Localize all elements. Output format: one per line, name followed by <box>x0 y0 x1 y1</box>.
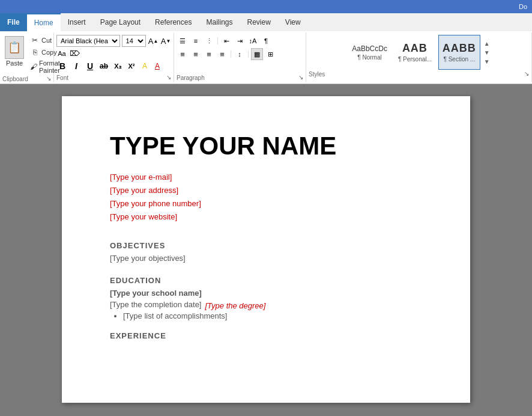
accomplishments-item: [Type list of accomplishments] <box>123 311 422 320</box>
clipboard-group-label: Clipboard <box>2 76 28 82</box>
bold-button[interactable]: B <box>56 60 68 72</box>
para-footer: Paragraph ↘ <box>177 73 303 81</box>
style-normal-name: ¶ Normal <box>357 54 381 61</box>
font-footer: Font ↘ <box>56 73 171 81</box>
change-case-btn[interactable]: Aa <box>56 48 67 59</box>
paste-label: Paste <box>6 60 23 67</box>
font-size-select[interactable]: 14 <box>122 35 146 47</box>
align-right-btn[interactable]: ≡ <box>203 48 215 60</box>
shading-btn[interactable]: ▩ <box>251 48 263 60</box>
objectives-heading: OBJECTIVES <box>110 241 422 250</box>
tab-page-layout[interactable]: Page Layout <box>93 13 148 31</box>
tab-file[interactable]: File <box>0 13 27 31</box>
tab-insert[interactable]: Insert <box>61 13 93 31</box>
bullets-btn[interactable]: ☰ <box>177 35 189 47</box>
tab-home[interactable]: Home <box>27 13 61 31</box>
objectives-text: [Type your objectives] <box>110 254 422 263</box>
school-name: [Type your school name] <box>110 289 422 298</box>
style-section-name: ¶ Section ... <box>444 56 476 63</box>
increase-font-btn[interactable]: A▲ <box>148 35 159 46</box>
title-text: Do <box>519 3 527 10</box>
font-expand-icon[interactable]: ↘ <box>166 74 171 81</box>
styles-expand-icon[interactable]: ↘ <box>524 70 529 77</box>
border-btn[interactable]: ⊞ <box>264 48 276 60</box>
tab-view[interactable]: View <box>278 13 308 31</box>
para-expand-icon[interactable]: ↘ <box>298 74 303 81</box>
font-color-btn[interactable]: A <box>152 61 163 72</box>
style-section-preview: AABB <box>443 42 476 55</box>
style-personal-name: ¶ Personal... <box>398 56 432 63</box>
styles-footer: Styles ↘ <box>309 70 529 78</box>
copy-icon: ⎘ <box>30 47 40 57</box>
styles-group-label: Styles <box>309 71 325 78</box>
education-details-row: [Type the completion date] [Type the deg… <box>110 300 422 311</box>
italic-button[interactable]: I <box>70 60 82 72</box>
style-personal[interactable]: AAB ¶ Personal... <box>394 35 436 70</box>
decrease-font-btn[interactable]: A▼ <box>160 35 171 46</box>
style-normal[interactable]: AaBbCcDc ¶ Normal <box>348 35 391 70</box>
style-normal-preview: AaBbCcDc <box>352 44 387 53</box>
numbering-btn[interactable]: ≡ <box>190 35 202 47</box>
decrease-indent-btn[interactable]: ⇤ <box>220 35 232 47</box>
font-group-label: Font <box>56 75 68 81</box>
show-formatting-btn[interactable]: ¶ <box>260 35 272 47</box>
document-page: TYPE YOUR NAME [Type your e-mail] [Type … <box>62 96 470 403</box>
address-line: [Type your address] <box>110 184 422 197</box>
accomplishments-list: [Type list of accomplishments] <box>123 311 422 320</box>
font-name-select[interactable]: Arial Black (Hea <box>56 35 120 47</box>
paragraph-group: ☰ ≡ ⋮ ⇤ ⇥ ↕A ¶ ≡ ≡ ≡ ≡ ↕ ▩ ⊞ Par <box>174 32 306 82</box>
website-line: [Type your website] <box>110 210 422 224</box>
document-area: TYPE YOUR NAME [Type your e-mail] [Type … <box>0 84 532 415</box>
ribbon-content: 📋 Paste ✂ Cut ⎘ Copy 🖌 Format Painter <box>0 31 532 84</box>
styles-expand-btn[interactable]: ▼ <box>484 58 490 65</box>
ribbon-tabs: File Home Insert Page Layout References … <box>0 13 532 31</box>
styles-up-btn[interactable]: ▲ <box>484 40 490 47</box>
style-section[interactable]: AABB ¶ Section ... <box>438 35 480 70</box>
tab-references[interactable]: References <box>148 13 199 31</box>
email-line: [Type your e-mail] <box>110 171 422 184</box>
clipboard-footer: Clipboard ↘ <box>2 75 51 82</box>
superscript-button[interactable]: X² <box>125 60 138 72</box>
paste-button[interactable]: 📋 Paste <box>2 35 26 68</box>
underline-button[interactable]: U <box>84 60 96 72</box>
justify-btn[interactable]: ≡ <box>216 48 228 60</box>
increase-indent-btn[interactable]: ⇥ <box>234 35 246 47</box>
text-highlight-btn[interactable]: A <box>139 61 150 72</box>
title-bar: Do <box>0 0 532 13</box>
styles-down-btn[interactable]: ▼ <box>484 49 490 56</box>
name-heading: TYPE YOUR NAME <box>110 132 422 160</box>
para-group-label: Paragraph <box>177 75 205 81</box>
clear-formatting-btn[interactable]: ⌦ <box>69 48 80 59</box>
tab-mailings[interactable]: Mailings <box>199 13 240 31</box>
style-personal-preview: AAB <box>402 42 428 55</box>
phone-line: [Type your phone number] <box>110 197 422 210</box>
degree: [Type the degree] <box>205 301 265 310</box>
line-spacing-btn[interactable]: ↕ <box>234 48 246 60</box>
clipboard-group: 📋 Paste ✂ Cut ⎘ Copy 🖌 Format Painter <box>0 32 54 82</box>
cut-label: Cut <box>41 37 52 44</box>
experience-heading: EXPERIENCE <box>110 331 422 340</box>
styles-row: AaBbCcDc ¶ Normal AAB ¶ Personal... AABB… <box>348 35 490 70</box>
education-heading: EDUCATION <box>110 276 422 285</box>
clipboard-expand-icon[interactable]: ↘ <box>46 75 51 82</box>
completion-date: [Type the completion date] <box>110 300 201 309</box>
align-center-btn[interactable]: ≡ <box>190 48 202 60</box>
paste-icon: 📋 <box>5 36 24 59</box>
strikethrough-button[interactable]: ab <box>98 60 110 72</box>
contact-info: [Type your e-mail] [Type your address] [… <box>110 171 422 224</box>
multilevel-list-btn[interactable]: ⋮ <box>203 35 215 47</box>
sort-btn[interactable]: ↕A <box>247 35 259 47</box>
cut-icon: ✂ <box>30 35 40 45</box>
styles-group: AaBbCcDc ¶ Normal AAB ¶ Personal... AABB… <box>306 32 532 82</box>
align-left-btn[interactable]: ≡ <box>177 48 189 60</box>
subscript-button[interactable]: X₂ <box>112 60 124 72</box>
font-group: Arial Black (Hea 14 A▲ A▼ Aa ⌦ B I U ab … <box>54 32 174 82</box>
tab-review[interactable]: Review <box>240 13 277 31</box>
format-painter-icon: 🖌 <box>30 62 37 72</box>
